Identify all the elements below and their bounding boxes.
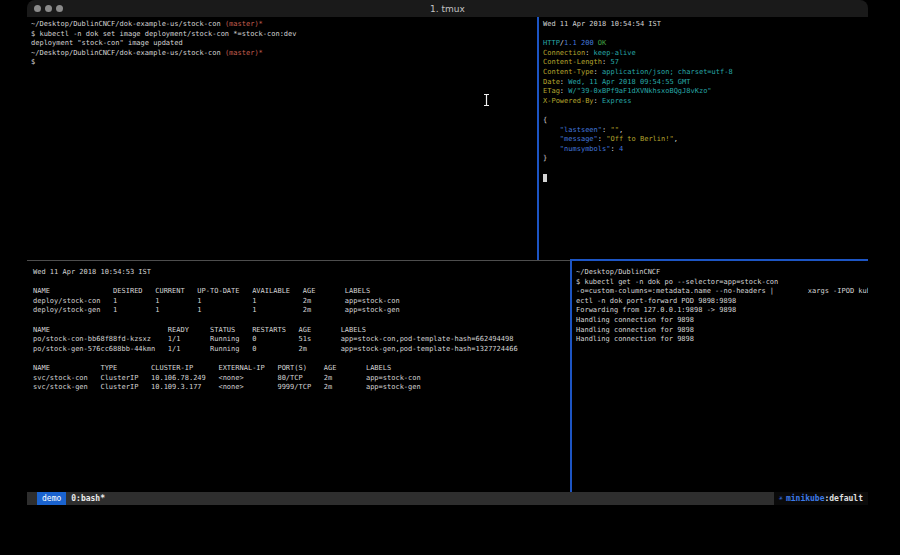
terminal-line: ~/Desktop/DublinCNCF [576, 268, 868, 278]
terminal-line: "lastseen": "", [543, 126, 868, 136]
pane-shell-top-left[interactable]: ~/Desktop/DublinCNCF/dok-example-us/stoc… [27, 17, 537, 260]
kube-context-namespace: :default [824, 492, 863, 505]
kube-context-name: minikube [786, 492, 825, 505]
tmux-status-bar: demo 0:bash* ✳ minikube :default [27, 492, 868, 505]
terminal-line: } [543, 154, 868, 164]
desktop-background: 1. tmux ~/Desktop/DublinCNCF/dok-example… [0, 0, 900, 555]
window-list-item-active[interactable]: 0:bash* [71, 492, 105, 505]
terminal-line: X-Powered-By: Express [543, 97, 868, 107]
terminal-line: Content-Length: 57 [543, 58, 868, 68]
terminal-line: ~/Desktop/DublinCNCF/dok-example-us/stoc… [31, 20, 537, 30]
terminal-line: ETag: W/"39-0xBPf9aF1dXVNkhsxoBQgJ8vKzo" [543, 87, 868, 97]
terminal-line [33, 278, 570, 288]
status-right: ✳ minikube :default [774, 492, 868, 505]
terminal-line: Forwarding from 127.0.0.1:9898 -> 9898 [576, 306, 868, 316]
terminal-line: Handling connection for 9898 [576, 335, 868, 345]
session-name-badge: demo [37, 492, 66, 505]
terminal-line [33, 354, 570, 364]
kubernetes-wheel-icon: ✳ [779, 492, 783, 505]
pane-http-response[interactable]: Wed 11 Apr 2018 10:54:54 ISTHTTP/1.1 200… [539, 17, 868, 260]
tmux-terminal: ~/Desktop/DublinCNCF/dok-example-us/stoc… [27, 17, 868, 492]
terminal-line: Date: Wed, 11 Apr 2018 09:54:55 GMT [543, 78, 868, 88]
terminal-line: Wed 11 Apr 2018 10:54:54 IST [543, 20, 868, 30]
terminal-line: NAME TYPE CLUSTER-IP EXTERNAL-IP PORT(S)… [33, 364, 570, 374]
terminal-line: HTTP/1.1 200 OK [543, 39, 868, 49]
terminal-line: ~/Desktop/DublinCNCF/dok-example-us/stoc… [31, 49, 537, 59]
terminal-line: NAME DESIRED CURRENT UP-TO-DATE AVAILABL… [33, 287, 570, 297]
terminal-line: $ [31, 58, 537, 68]
terminal-line: Content-Type: application/json; charset=… [543, 68, 868, 78]
terminal-line: $ kubectl -n dok set image deployment/st… [31, 30, 537, 40]
terminal-line: po/stock-gen-576cc688bb-44kmn 1/1 Runnin… [33, 345, 570, 355]
terminal-line: { [543, 116, 868, 126]
terminal-window: 1. tmux ~/Desktop/DublinCNCF/dok-example… [27, 0, 868, 505]
window-titlebar[interactable]: 1. tmux [27, 0, 868, 17]
terminal-line [33, 316, 570, 326]
window-title: 1. tmux [27, 4, 868, 14]
terminal-line: NAME READY STATUS RESTARTS AGE LABELS [33, 326, 570, 336]
terminal-line: "numsymbols": 4 [543, 145, 868, 155]
pane-port-forward[interactable]: ~/Desktop/DublinCNCF$ kubectl get -n dok… [572, 261, 868, 492]
terminal-line [543, 106, 868, 116]
terminal-line: -o=custom-columns=:metadata.name --no-he… [576, 287, 868, 297]
terminal-line: Handling connection for 9898 [576, 316, 868, 326]
terminal-line: svc/stock-gen ClusterIP 10.109.3.177 <no… [33, 383, 570, 393]
pane-kubectl-get-output[interactable]: Wed 11 Apr 2018 10:54:53 ISTNAME DESIRED… [27, 261, 570, 492]
terminal-line: Wed 11 Apr 2018 10:54:53 IST [33, 268, 570, 278]
terminal-line: ectl -n dok port-forward POD 9898:9898 [576, 297, 868, 307]
terminal-line: po/stock-con-bb68f88fd-kzsxz 1/1 Running… [33, 335, 570, 345]
terminal-line: Connection: keep-alive [543, 49, 868, 59]
terminal-line: svc/stock-con ClusterIP 10.106.78.249 <n… [33, 374, 570, 384]
terminal-line [543, 164, 868, 174]
terminal-line: $ kubectl get -n dok po --selector=app=s… [576, 278, 868, 288]
terminal-line: deploy/stock-con 1 1 1 1 2m app=stock-co… [33, 297, 570, 307]
terminal-line: "message": "Off to Berlin!", [543, 135, 868, 145]
terminal-line: deployment "stock-con" image updated [31, 39, 537, 49]
terminal-line [543, 30, 868, 40]
terminal-line [543, 174, 868, 184]
mouse-ibeam-cursor [482, 92, 491, 111]
terminal-line: Handling connection for 9898 [576, 326, 868, 336]
terminal-line: deploy/stock-gen 1 1 1 1 2m app=stock-ge… [33, 306, 570, 316]
